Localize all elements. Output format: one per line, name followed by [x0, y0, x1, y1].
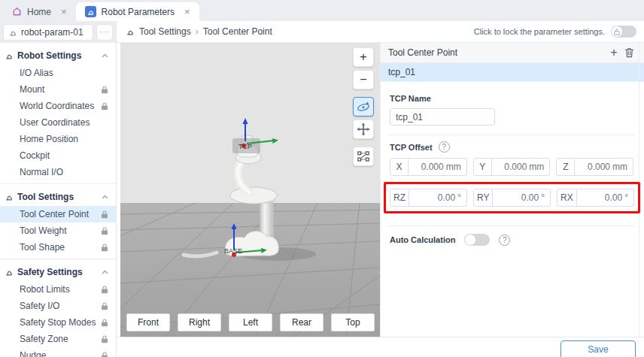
close-icon[interactable]: ×	[184, 6, 190, 17]
pan-move-button[interactable]	[353, 120, 374, 139]
tcp-offset-xyz-row: X 0.000 mm Y 0.000 mm Z 0.000	[390, 158, 633, 176]
offset-rx-input[interactable]: 0.00 °	[577, 189, 634, 207]
parameter-lock-toggle[interactable]	[611, 26, 636, 38]
sidebar-item-user-coordinates[interactable]: User Coordinates	[0, 114, 116, 131]
breadcrumb-parent[interactable]: Tool Settings	[139, 26, 191, 37]
auto-calculation-label: Auto Calculation	[390, 235, 455, 244]
offset-field-z: Z 0.000 mm	[556, 158, 633, 176]
lock-open-icon	[612, 26, 622, 37]
sidebar-item-mount[interactable]: Mount	[0, 81, 116, 98]
robot-arm-icon	[5, 268, 14, 277]
section-tool-settings[interactable]: Tool Settings	[0, 187, 116, 206]
delete-tcp-button[interactable]	[621, 45, 636, 60]
auto-calculation-row: Auto Calculation ?	[390, 234, 633, 246]
tcp-list-item-tcp01[interactable]: tcp_01	[381, 63, 644, 82]
panel-header: Tool Center Point +	[381, 43, 644, 63]
zoom-out-button[interactable]: −	[353, 70, 374, 89]
chevron-up-icon[interactable]	[102, 270, 108, 274]
viewport-3d[interactable]: TCP BASE + −	[120, 43, 380, 337]
axis-label: Y	[473, 158, 492, 176]
offset-z-input[interactable]: 0.000 mm	[575, 158, 633, 176]
close-icon[interactable]: ×	[61, 6, 67, 17]
chevron-up-icon[interactable]	[102, 53, 108, 58]
tab-home[interactable]: Home ×	[3, 2, 76, 21]
axis-label: RX	[557, 189, 577, 207]
add-tcp-button[interactable]: +	[606, 45, 621, 60]
offset-field-x: X 0.000 mm	[390, 158, 467, 176]
sidebar-item-normal-io[interactable]: Normal I/O	[0, 164, 116, 180]
lock-icon	[101, 319, 108, 327]
sidebar-item-tool-shape[interactable]: Tool Shape	[0, 239, 116, 256]
tcp-frame-label: TCP	[238, 143, 252, 150]
lock-icon	[101, 102, 108, 110]
axis-label: X	[390, 158, 409, 176]
breadcrumb-separator: ›	[196, 26, 199, 37]
view-right-button[interactable]: Right	[178, 313, 221, 331]
offset-y-input[interactable]: 0.000 mm	[492, 158, 551, 176]
section-robot-settings[interactable]: Robot Settings	[0, 46, 116, 65]
offset-field-rz: RZ 0.00 °	[390, 189, 467, 207]
divider	[388, 225, 635, 226]
more-options-button[interactable]: ···	[96, 24, 113, 41]
sidebar-item-home-position[interactable]: Home Position	[0, 131, 116, 147]
sidebar: robot-param-01 ··· Robot Settings I/O Al…	[0, 21, 117, 357]
param-name: robot-param-01	[21, 27, 84, 38]
robot-parameters-app: Home × Robot Parameters × robot-param-01	[0, 0, 644, 357]
robot-arm-icon	[8, 28, 17, 37]
section-label: Tool Settings	[17, 192, 74, 202]
section-safety-settings[interactable]: Safety Settings	[0, 262, 116, 281]
orbit-rotate-button[interactable]	[353, 97, 374, 116]
view-top-button[interactable]: Top	[331, 313, 375, 331]
axis-label: Z	[556, 158, 575, 176]
breadcrumb: Tool Settings › Tool Center Point	[126, 26, 272, 37]
offset-field-ry: RY 0.00 °	[473, 189, 551, 207]
trash-icon	[624, 47, 634, 58]
save-button[interactable]: Save	[560, 340, 636, 357]
sidebar-item-safety-zone[interactable]: Safety Zone	[0, 331, 116, 347]
sidebar-item-safety-io[interactable]: Safety I/O	[0, 298, 116, 314]
lock-icon	[101, 227, 108, 235]
auto-calculation-toggle[interactable]	[464, 234, 490, 246]
tcp-name-input[interactable]	[390, 108, 495, 126]
offset-ry-input[interactable]: 0.00 °	[493, 189, 551, 207]
section-label: Safety Settings	[17, 267, 83, 277]
robot-3d-scene: TCP BASE	[120, 43, 380, 337]
help-icon[interactable]: ?	[499, 234, 510, 246]
highlight-annotation: RZ 0.00 ° RY 0.00 ° RX	[384, 182, 640, 213]
robot-arm-icon	[85, 6, 96, 17]
tcp-settings-panel: Tool Center Point + tcp_01 TCP Name TCP …	[380, 43, 644, 337]
lock-icon	[101, 302, 108, 310]
sidebar-item-world-coordinates[interactable]: World Coordinates	[0, 98, 116, 114]
panel-title: Tool Center Point	[388, 47, 457, 58]
sidebar-nav: Robot Settings I/O Alias Mount World Coo…	[0, 43, 116, 357]
offset-x-input[interactable]: 0.000 mm	[409, 158, 467, 176]
sidebar-param-row: robot-param-01 ···	[0, 21, 116, 43]
tab-robot-parameters[interactable]: Robot Parameters ×	[76, 2, 199, 21]
tcp-name-label: TCP Name	[390, 94, 633, 103]
tcp-offset-label: TCP Offset ?	[390, 141, 633, 153]
sidebar-item-cockpit[interactable]: Cockpit	[0, 147, 116, 164]
view-rear-button[interactable]: Rear	[280, 313, 324, 331]
view-preset-row: Front Right Left Rear Top	[126, 313, 375, 331]
pan-move-icon	[356, 122, 371, 137]
sidebar-item-robot-limits[interactable]: Robot Limits	[0, 281, 116, 298]
zoom-in-button[interactable]: +	[353, 47, 374, 67]
sidebar-item-tool-weight[interactable]: Tool Weight	[0, 222, 116, 239]
sidebar-item-nudge[interactable]: Nudge	[0, 347, 116, 357]
measure-points-icon	[357, 150, 370, 163]
sidebar-item-io-alias[interactable]: I/O Alias	[0, 65, 116, 81]
offset-rz-input[interactable]: 0.00 °	[409, 189, 467, 207]
view-left-button[interactable]: Left	[229, 313, 272, 331]
view-front-button[interactable]: Front	[126, 313, 170, 331]
param-name-box[interactable]: robot-param-01	[3, 24, 93, 41]
help-icon[interactable]: ?	[439, 141, 450, 153]
lock-icon	[101, 210, 108, 219]
chevron-up-icon[interactable]	[102, 195, 108, 199]
sidebar-item-tool-center-point[interactable]: Tool Center Point	[0, 206, 116, 222]
measure-points-button[interactable]	[353, 147, 374, 166]
axis-label: RZ	[390, 189, 409, 207]
offset-field-y: Y 0.000 mm	[473, 158, 551, 176]
tab-home-label: Home	[27, 7, 51, 17]
sidebar-item-safety-stop-modes[interactable]: Safety Stop Modes	[0, 314, 116, 331]
tab-robot-parameters-label: Robot Parameters	[102, 7, 175, 17]
